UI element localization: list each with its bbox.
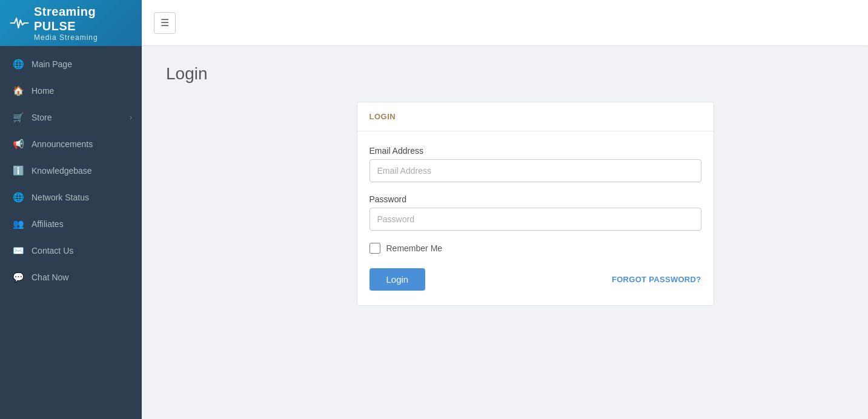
login-card-header: LOGIN	[357, 102, 714, 131]
sidebar-item-affiliates[interactable]: 👥 Affiliates	[0, 211, 142, 237]
sidebar-item-main-page[interactable]: 🌐 Main Page	[0, 51, 142, 78]
sidebar-item-label: Network Status	[31, 193, 89, 202]
forgot-password-link[interactable]: FORGOT PASSWORD?	[612, 275, 701, 284]
sidebar-item-label: Knowledgebase	[31, 166, 92, 176]
sidebar-item-knowledgebase[interactable]: ℹ️ Knowledgebase	[0, 157, 142, 184]
affiliates-icon: 👥	[12, 219, 24, 229]
sidebar-item-label: Affiliates	[31, 219, 64, 229]
logo-area: Streaming PULSE Media Streaming	[0, 0, 142, 46]
store-icon: 🛒	[12, 112, 24, 123]
logo-text: Streaming PULSE Media Streaming	[34, 4, 132, 42]
announcements-icon: 📢	[12, 139, 24, 150]
chevron-right-icon: ›	[130, 113, 132, 122]
sidebar-item-label: Contact Us	[31, 246, 73, 256]
sidebar: Streaming PULSE Media Streaming 🌐 Main P…	[0, 0, 142, 419]
hamburger-button[interactable]: ☰	[154, 12, 176, 34]
remember-me-checkbox[interactable]	[369, 243, 380, 254]
sidebar-item-label: Main Page	[31, 59, 72, 69]
sidebar-item-network-status[interactable]: 🌐 Network Status	[0, 184, 142, 211]
info-icon: ℹ️	[12, 165, 24, 176]
logo-icon	[10, 13, 29, 33]
sidebar-item-chat-now[interactable]: 💬 Chat Now	[0, 264, 142, 291]
nav-items: 🌐 Main Page 🏠 Home 🛒 Store › 📢 Announcem…	[0, 46, 142, 419]
login-card-body: Email Address Password Remember Me Login…	[357, 131, 714, 305]
sidebar-item-announcements[interactable]: 📢 Announcements	[0, 131, 142, 157]
network-icon: 🌐	[12, 192, 24, 203]
content-area: Login LOGIN Email Address Password Remem…	[142, 46, 868, 419]
password-form-group: Password	[369, 194, 701, 231]
email-input[interactable]	[369, 159, 701, 182]
sidebar-item-label: Chat Now	[31, 272, 68, 282]
sidebar-item-label: Store	[31, 113, 51, 122]
sidebar-item-label: Announcements	[31, 139, 93, 149]
login-card: LOGIN Email Address Password Remember Me…	[357, 102, 714, 306]
email-label: Email Address	[369, 146, 701, 156]
email-icon: ✉️	[12, 245, 24, 256]
globe-icon: 🌐	[12, 59, 24, 70]
logo-subtitle: Media Streaming	[34, 33, 132, 42]
chat-icon: 💬	[12, 272, 24, 283]
sidebar-item-contact-us[interactable]: ✉️ Contact Us	[0, 237, 142, 264]
sidebar-item-label: Home	[31, 86, 54, 96]
top-bar: ☰	[142, 0, 868, 46]
email-form-group: Email Address	[369, 146, 701, 182]
remember-me-label[interactable]: Remember Me	[386, 243, 443, 253]
sidebar-item-store[interactable]: 🛒 Store ›	[0, 104, 142, 131]
sidebar-item-home[interactable]: 🏠 Home	[0, 78, 142, 104]
logo-title: Streaming PULSE	[34, 4, 132, 33]
home-icon: 🏠	[12, 85, 24, 96]
hamburger-icon: ☰	[161, 17, 169, 28]
password-input[interactable]	[369, 208, 701, 231]
remember-me-row: Remember Me	[369, 243, 701, 254]
login-actions: Login FORGOT PASSWORD?	[369, 268, 701, 291]
login-button[interactable]: Login	[369, 268, 426, 291]
page-title: Login	[166, 64, 844, 84]
main-area: ☰ Login LOGIN Email Address Password Rem…	[142, 0, 868, 419]
password-label: Password	[369, 194, 701, 204]
